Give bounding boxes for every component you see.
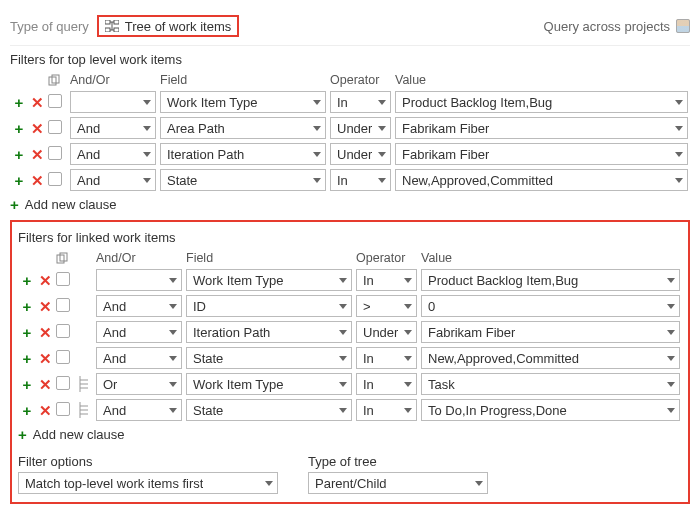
add-new-clause-top[interactable]: Add new clause xyxy=(10,197,117,212)
chevron-down-icon xyxy=(265,481,273,486)
row-checkbox[interactable] xyxy=(56,324,70,338)
add-row-button[interactable] xyxy=(12,171,26,189)
dropdown[interactable]: And xyxy=(96,295,182,317)
copy-icon[interactable] xyxy=(56,252,74,264)
col-header-field: Field xyxy=(158,71,328,89)
add-row-button[interactable] xyxy=(12,145,26,163)
chevron-down-icon xyxy=(667,330,675,335)
dropdown[interactable]: > xyxy=(356,295,417,317)
add-row-button[interactable] xyxy=(20,323,34,341)
dropdown[interactable]: And xyxy=(96,399,182,421)
add-row-button[interactable] xyxy=(20,271,34,289)
svg-rect-1 xyxy=(114,20,119,24)
dropdown[interactable]: Area Path xyxy=(160,117,326,139)
dropdown[interactable]: State xyxy=(186,399,352,421)
remove-row-button[interactable] xyxy=(30,119,44,137)
row-checkbox[interactable] xyxy=(48,172,62,186)
dropdown[interactable]: Iteration Path xyxy=(186,321,352,343)
dropdown[interactable]: Fabrikam Fiber xyxy=(395,117,688,139)
dropdown[interactable]: Under xyxy=(330,143,391,165)
add-clause-label: Add new clause xyxy=(33,427,125,442)
dropdown[interactable]: Under xyxy=(356,321,417,343)
dropdown[interactable]: Iteration Path xyxy=(160,143,326,165)
row-checkbox[interactable] xyxy=(56,350,70,364)
chevron-down-icon xyxy=(339,382,347,387)
remove-row-button[interactable] xyxy=(30,93,44,111)
dropdown[interactable]: State xyxy=(186,347,352,369)
group-indent-icon xyxy=(78,402,92,418)
add-new-clause-linked[interactable]: Add new clause xyxy=(18,427,125,442)
dropdown[interactable]: Work Item Type xyxy=(186,269,352,291)
chevron-down-icon xyxy=(667,278,675,283)
remove-row-button[interactable] xyxy=(38,297,52,315)
add-row-button[interactable] xyxy=(20,297,34,315)
query-type-text: Tree of work items xyxy=(125,19,231,34)
clause-row: AndArea PathUnderFabrikam Fiber xyxy=(10,115,690,141)
dropdown[interactable]: Product Backlog Item,Bug xyxy=(395,91,688,113)
chevron-down-icon xyxy=(313,152,321,157)
add-row-button[interactable] xyxy=(12,93,26,111)
dropdown[interactable] xyxy=(96,269,182,291)
dropdown[interactable]: Under xyxy=(330,117,391,139)
remove-row-button[interactable] xyxy=(38,271,52,289)
add-row-button[interactable] xyxy=(20,401,34,419)
dropdown[interactable]: In xyxy=(356,373,417,395)
dropdown[interactable]: In xyxy=(330,91,391,113)
dropdown[interactable]: New,Approved,Committed xyxy=(421,347,680,369)
row-checkbox[interactable] xyxy=(56,376,70,390)
dropdown[interactable] xyxy=(70,91,156,113)
dropdown[interactable]: In xyxy=(356,347,417,369)
remove-row-button[interactable] xyxy=(30,171,44,189)
query-type-selector[interactable]: Tree of work items xyxy=(97,15,239,37)
row-checkbox[interactable] xyxy=(48,94,62,108)
top-filters-grid: And/Or Field Operator Value Work Item Ty… xyxy=(10,71,690,193)
row-checkbox[interactable] xyxy=(56,272,70,286)
dropdown[interactable]: New,Approved,Committed xyxy=(395,169,688,191)
chevron-down-icon xyxy=(667,408,675,413)
chevron-down-icon xyxy=(667,356,675,361)
dropdown[interactable]: And xyxy=(70,117,156,139)
type-of-tree-select[interactable]: Parent/Child xyxy=(308,472,488,494)
dropdown[interactable]: Task xyxy=(421,373,680,395)
dropdown[interactable]: Work Item Type xyxy=(160,91,326,113)
dropdown[interactable]: State xyxy=(160,169,326,191)
row-checkbox[interactable] xyxy=(56,402,70,416)
dropdown[interactable]: In xyxy=(356,399,417,421)
dropdown[interactable]: And xyxy=(70,169,156,191)
filter-options-select[interactable]: Match top-level work items first xyxy=(18,472,278,494)
col-header-andor: And/Or xyxy=(68,71,158,89)
chevron-down-icon xyxy=(143,100,151,105)
type-of-query-label: Type of query xyxy=(10,19,89,34)
dropdown[interactable]: 0 xyxy=(421,295,680,317)
add-row-button[interactable] xyxy=(20,349,34,367)
remove-row-button[interactable] xyxy=(38,375,52,393)
dropdown[interactable]: Fabrikam Fiber xyxy=(421,321,680,343)
remove-row-button[interactable] xyxy=(38,349,52,367)
dropdown[interactable]: In xyxy=(330,169,391,191)
copy-icon[interactable] xyxy=(48,74,66,86)
chevron-down-icon xyxy=(475,481,483,486)
dropdown[interactable]: And xyxy=(96,347,182,369)
chevron-down-icon xyxy=(143,152,151,157)
dropdown[interactable]: Work Item Type xyxy=(186,373,352,395)
remove-row-button[interactable] xyxy=(38,401,52,419)
row-checkbox[interactable] xyxy=(56,298,70,312)
chevron-down-icon xyxy=(667,382,675,387)
dropdown[interactable]: ID xyxy=(186,295,352,317)
dropdown[interactable]: To Do,In Progress,Done xyxy=(421,399,680,421)
dropdown[interactable]: In xyxy=(356,269,417,291)
plus-icon xyxy=(18,427,27,442)
query-across-projects-checkbox[interactable] xyxy=(676,19,690,33)
dropdown[interactable]: And xyxy=(70,143,156,165)
dropdown[interactable]: And xyxy=(96,321,182,343)
remove-row-button[interactable] xyxy=(38,323,52,341)
add-row-button[interactable] xyxy=(20,375,34,393)
chevron-down-icon xyxy=(404,382,412,387)
dropdown[interactable]: Or xyxy=(96,373,182,395)
add-row-button[interactable] xyxy=(12,119,26,137)
dropdown[interactable]: Product Backlog Item,Bug xyxy=(421,269,680,291)
remove-row-button[interactable] xyxy=(30,145,44,163)
dropdown[interactable]: Fabrikam Fiber xyxy=(395,143,688,165)
row-checkbox[interactable] xyxy=(48,146,62,160)
row-checkbox[interactable] xyxy=(48,120,62,134)
